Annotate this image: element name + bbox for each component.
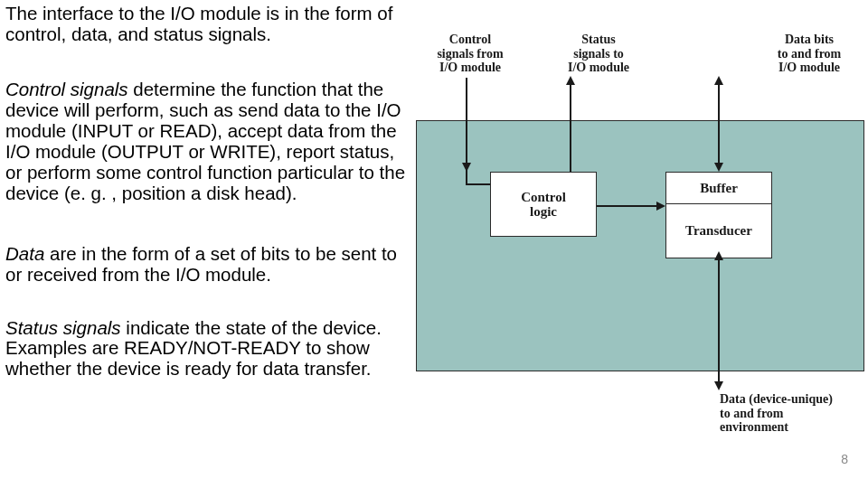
data-lead: Data bbox=[5, 243, 44, 264]
arrowhead-env-up bbox=[714, 251, 723, 260]
io-device-diagram: Controlsignals fromI/O module Statussign… bbox=[416, 33, 868, 448]
arrowhead-env-down bbox=[714, 381, 723, 390]
arrow-control-in bbox=[466, 78, 467, 164]
box-buffer: Buffer bbox=[665, 172, 772, 204]
text-column: The interface to the I/O module is in th… bbox=[5, 4, 412, 408]
arrow-databits bbox=[718, 83, 720, 164]
box-transducer: Transducer bbox=[665, 204, 772, 258]
label-control-signals: Controlsignals fromI/O module bbox=[425, 33, 515, 75]
data-paragraph: Data are in the form of a set of bits to… bbox=[5, 244, 412, 286]
status-lead: Status signals bbox=[5, 317, 121, 338]
arrow-env bbox=[718, 258, 720, 383]
intro-paragraph: The interface to the I/O module is in th… bbox=[5, 4, 412, 45]
data-body: are in the form of a set of bits to be s… bbox=[5, 243, 397, 285]
arrowhead-databits-up bbox=[714, 76, 723, 85]
label-data-bits: Data bitsto and fromI/O module bbox=[760, 33, 859, 75]
arrow-cl-buf bbox=[597, 205, 658, 207]
device-boundary bbox=[416, 120, 864, 371]
arrowhead-databits-down bbox=[714, 163, 723, 172]
arrowhead-cl-buf bbox=[656, 202, 665, 211]
page-number: 8 bbox=[841, 452, 848, 466]
control-lead: Control signals bbox=[5, 79, 128, 99]
box-control-logic: Controllogic bbox=[490, 172, 597, 237]
arrow-control-bend bbox=[466, 183, 491, 185]
status-paragraph: Status signals indicate the state of the… bbox=[5, 318, 412, 380]
control-paragraph: Control signals determine the function t… bbox=[5, 80, 412, 204]
label-data-env: Data (device-unique)to and fromenvironme… bbox=[720, 392, 864, 435]
label-status-signals: Statussignals toI/O module bbox=[553, 33, 644, 75]
arrow-control-vert2 bbox=[466, 164, 467, 185]
arrowhead-status-out bbox=[566, 76, 575, 85]
arrow-status-out bbox=[570, 83, 571, 172]
